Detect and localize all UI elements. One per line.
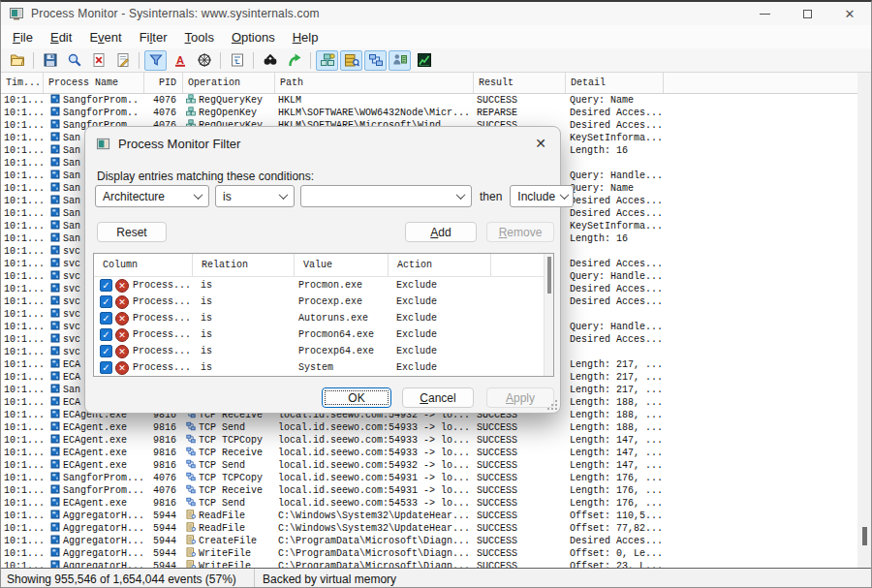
filter-rule-row[interactable]: ✓✕Process...isProcexp.exeExclude bbox=[94, 294, 553, 310]
open-button[interactable] bbox=[6, 50, 28, 71]
filter-rule-checkbox[interactable]: ✓ bbox=[100, 312, 112, 325]
profiling-icon bbox=[417, 52, 432, 68]
table-row[interactable]: 10:1...ECAgent.exe9816TCP Sendlocal.id.s… bbox=[1, 421, 857, 434]
filter-rule-checkbox[interactable]: ✓ bbox=[100, 361, 112, 374]
table-scrollbar[interactable] bbox=[857, 73, 872, 568]
filter-column-header-relation[interactable]: Relation bbox=[193, 254, 295, 276]
filter-rule-row[interactable]: ✓✕Process...isProcmon.exeExclude bbox=[94, 277, 553, 294]
table-row[interactable]: 10:1...ECAgent.exe9816TCP Sendlocal.id.s… bbox=[1, 459, 857, 472]
menu-options[interactable]: Options bbox=[223, 27, 284, 47]
table-row[interactable]: 10:1...ECAgent.exe9816TCP TCPCopylocal.i… bbox=[1, 434, 857, 447]
table-row[interactable]: 10:1...SangforProm...4076TCP Receiveloca… bbox=[1, 484, 857, 497]
find-button[interactable] bbox=[259, 50, 281, 71]
process-icon bbox=[50, 421, 60, 434]
column-header-path[interactable]: Path bbox=[275, 73, 474, 93]
table-row[interactable]: 10:1...ECAgent.exe9816TCP Sendlocal.id.s… bbox=[1, 497, 857, 510]
resize-grip[interactable] bbox=[547, 400, 557, 410]
filter-column-header-value[interactable]: Value bbox=[295, 254, 389, 276]
minimize-button[interactable] bbox=[743, 2, 786, 25]
table-row[interactable]: 10:1...AggregatorH...5944WriteFileC:\Pro… bbox=[1, 560, 857, 568]
cancel-button[interactable]: Cancel bbox=[402, 387, 474, 408]
table-row[interactable]: 10:1...AggregatorH...5944CreateFileC:\Pr… bbox=[1, 535, 857, 547]
maximize-button[interactable] bbox=[786, 2, 828, 25]
column-header-operation[interactable]: Operation bbox=[183, 73, 275, 93]
column-header-tim[interactable]: Tim... bbox=[1, 73, 44, 93]
menu-help[interactable]: Help bbox=[284, 27, 327, 47]
ok-button[interactable]: OK bbox=[322, 387, 391, 408]
profiling-events-toggle[interactable] bbox=[413, 50, 435, 71]
table-row[interactable]: 10:1...AggregatorH...5944WriteFileC:\Pro… bbox=[1, 547, 857, 560]
menu-filter[interactable]: Filter bbox=[131, 27, 176, 47]
event-result: SUCCESS bbox=[474, 498, 566, 509]
column-header-pid[interactable]: PID bbox=[144, 73, 183, 93]
filter-rule-checkbox[interactable]: ✓ bbox=[100, 295, 112, 308]
add-button[interactable]: Add bbox=[405, 222, 477, 242]
filter-rule-row[interactable]: ✓✕Process...isAutoruns.exeExclude bbox=[94, 310, 553, 326]
registry-activity-toggle[interactable] bbox=[316, 50, 338, 71]
table-row[interactable]: 10:1...SangforProm..4076RegQueryKeyHKLMS… bbox=[1, 94, 857, 107]
menu-edit[interactable]: Edit bbox=[42, 27, 80, 47]
toolbar-separator bbox=[33, 52, 34, 69]
highlight-button[interactable]: A bbox=[169, 50, 191, 71]
close-button[interactable]: ✕ bbox=[828, 2, 871, 25]
process-activity-toggle[interactable] bbox=[389, 50, 411, 71]
filter-rule-action: Exclude bbox=[389, 313, 491, 324]
table-row[interactable]: 10:1...ECAgent.exe9816TCP Receivelocal.i… bbox=[1, 447, 857, 459]
filter-column-header-column[interactable]: Column bbox=[94, 254, 193, 276]
dialog-close-button[interactable]: ✕ bbox=[530, 133, 551, 154]
relation-select[interactable]: is bbox=[215, 185, 295, 207]
event-detail: Length: 188, ... bbox=[566, 410, 856, 420]
column-select[interactable]: Architecture bbox=[95, 185, 209, 207]
clear-button[interactable] bbox=[87, 50, 109, 71]
autoscroll-toggle[interactable] bbox=[111, 50, 134, 71]
table-row[interactable]: 10:1...SangforProm..4076RegOpenKeyHKLM\S… bbox=[1, 107, 857, 119]
event-detail: Offset: 77,82... bbox=[566, 523, 856, 534]
filter-toggle[interactable] bbox=[144, 50, 167, 71]
filter-column-header-action[interactable]: Action bbox=[389, 254, 491, 276]
process-icon bbox=[50, 371, 60, 384]
filter-list-scrollbar[interactable] bbox=[544, 254, 553, 376]
event-detail: Query: Handle... bbox=[566, 170, 856, 181]
menu-tools[interactable]: Tools bbox=[176, 27, 223, 47]
process-pid: 4076 bbox=[144, 108, 183, 118]
menu-file[interactable]: File bbox=[4, 27, 42, 47]
filter-rule-checkbox[interactable]: ✓ bbox=[100, 345, 112, 357]
process-tree-button[interactable] bbox=[226, 50, 248, 71]
value-select[interactable] bbox=[300, 185, 472, 207]
reset-button[interactable]: Reset bbox=[97, 222, 167, 242]
column-header-process-name[interactable]: Process Name bbox=[44, 73, 144, 93]
table-row[interactable]: 10:1...SangforProm...4076TCP TCPCopyloca… bbox=[1, 472, 857, 484]
process-pid: 4076 bbox=[144, 473, 183, 483]
filter-rule-row[interactable]: ✓✕Process...isProcmon64.exeExclude bbox=[94, 326, 553, 343]
menu-event[interactable]: Event bbox=[80, 27, 130, 47]
filter-rule-action: Exclude bbox=[389, 296, 491, 307]
filter-rule-checkbox[interactable]: ✓ bbox=[100, 328, 112, 341]
column-header-detail[interactable]: Detail bbox=[566, 73, 664, 93]
chevron-down-icon bbox=[194, 190, 203, 200]
event-result: SUCCESS bbox=[474, 485, 566, 496]
save-button[interactable] bbox=[39, 50, 61, 71]
table-row[interactable]: 10:1...AggregatorH...5944ReadFileC:\Wind… bbox=[1, 522, 857, 535]
filter-rule-checkbox[interactable]: ✓ bbox=[100, 279, 112, 292]
table-row[interactable]: 10:1...AggregatorH...5944ReadFileC:\Wind… bbox=[1, 510, 857, 522]
filter-list-scrollbar-thumb[interactable] bbox=[547, 257, 551, 294]
filter-rule-row[interactable]: ✓✕Process...isSystemExclude bbox=[94, 359, 553, 376]
scrollbar-thumb[interactable] bbox=[862, 527, 867, 545]
column-header-result[interactable]: Result bbox=[474, 73, 566, 93]
filter-rule-relation: is bbox=[193, 329, 295, 340]
apply-button[interactable]: Apply bbox=[486, 387, 554, 408]
operation: TCP Receive bbox=[183, 484, 275, 497]
event-detail: Length: 16 bbox=[566, 233, 856, 244]
filesystem-icon bbox=[344, 52, 359, 68]
include-process-button[interactable] bbox=[193, 50, 215, 71]
capture-toggle[interactable] bbox=[63, 50, 85, 71]
jump-to-button[interactable] bbox=[283, 50, 305, 71]
network-activity-toggle[interactable] bbox=[364, 50, 387, 71]
filter-rule-row[interactable]: ✓✕Process...isProcexp64.exeExclude bbox=[94, 343, 553, 359]
filesystem-activity-toggle[interactable] bbox=[340, 50, 362, 71]
process-icon bbox=[50, 170, 60, 182]
event-detail: Offset: 110,5... bbox=[566, 511, 856, 521]
remove-button[interactable]: Remove bbox=[486, 222, 554, 242]
process-icon bbox=[50, 195, 60, 207]
action-select[interactable]: Include bbox=[510, 185, 574, 207]
